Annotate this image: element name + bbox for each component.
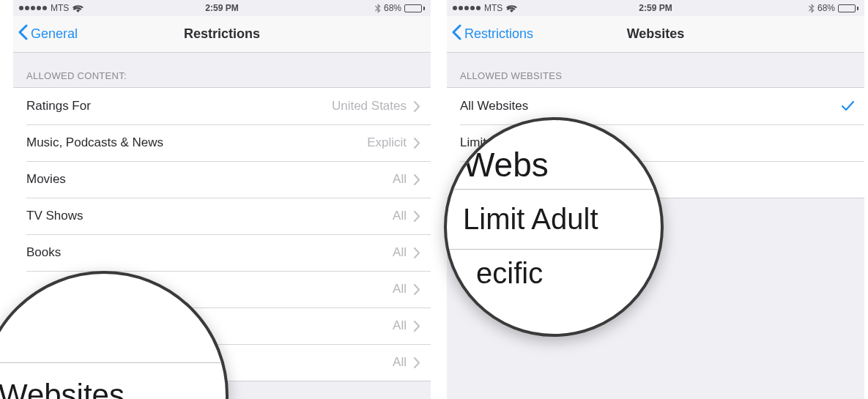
magnifier-websites: Websites	[0, 271, 229, 399]
status-right: 68%	[809, 3, 858, 13]
status-left: MTS	[453, 3, 517, 13]
battery-pct: 68%	[384, 3, 401, 13]
allowed-content-list: Ratings For United States Music, Podcast…	[13, 87, 431, 381]
nav-back-button[interactable]: Restrictions	[447, 24, 533, 44]
cell-label: Books	[26, 245, 393, 260]
nav-back-button[interactable]: General	[13, 24, 78, 44]
cell-label: Ratings For	[26, 99, 332, 113]
chevron-right-icon	[414, 357, 420, 368]
section-header: Allowed Content:	[13, 53, 431, 87]
cell-movies[interactable]: Movies All	[13, 161, 431, 198]
cell-label: All Websites	[460, 99, 842, 113]
battery-icon	[404, 4, 425, 12]
status-bar: MTS 2:59 PM 68%	[447, 0, 864, 16]
cell-value: All	[393, 318, 407, 333]
status-left: MTS	[19, 3, 84, 13]
chevron-left-icon	[451, 24, 461, 44]
cell-label: Limit Adult Content	[460, 135, 854, 150]
nav-bar: Restrictions Websites	[447, 16, 864, 53]
cell-ratings-for[interactable]: Ratings For United States	[13, 88, 431, 124]
nav-back-label: General	[31, 26, 78, 42]
cell-label: Specific Websites Only	[460, 172, 854, 187]
status-time: 2:59 PM	[639, 3, 672, 13]
screen-restrictions: MTS 2:59 PM 68% General Restrictions All…	[13, 0, 431, 399]
cell-label: TV Shows	[26, 209, 393, 223]
status-time: 2:59 PM	[205, 3, 238, 13]
cell-label: Music, Podcasts & News	[26, 135, 367, 150]
magnifier-partial-bot: ecific	[447, 250, 661, 290]
screen-websites: MTS 2:59 PM 68% Restrictions Websites Al…	[447, 0, 864, 399]
screen-gap	[431, 0, 447, 399]
battery-icon	[838, 4, 858, 12]
bluetooth-icon	[809, 4, 815, 13]
wifi-icon	[73, 4, 84, 12]
cell-value: United States	[332, 99, 407, 113]
check-icon	[842, 101, 854, 111]
cell-hidden-1[interactable]: All	[13, 271, 431, 307]
cell-hidden-3[interactable]: All	[13, 344, 431, 381]
option-specific-websites-only[interactable]: Specific Websites Only	[447, 161, 864, 198]
section-header: Allowed Websites	[447, 53, 864, 87]
cell-music-podcasts-news[interactable]: Music, Podcasts & News Explicit	[13, 124, 431, 161]
cell-value: All	[393, 245, 407, 260]
cell-hidden-2[interactable]: All	[13, 307, 431, 344]
cell-value: All	[393, 282, 407, 297]
chevron-left-icon	[18, 24, 28, 44]
bluetooth-icon	[375, 4, 381, 13]
chevron-right-icon	[414, 284, 420, 295]
wifi-icon	[506, 4, 517, 12]
chevron-right-icon	[414, 174, 420, 185]
status-right: 68%	[375, 3, 425, 13]
cell-tv-shows[interactable]: TV Shows All	[13, 198, 431, 234]
cell-value: All	[393, 355, 407, 370]
option-limit-adult-content[interactable]: Limit Adult Content	[447, 124, 864, 161]
magnifier-partial-top: Webs	[447, 145, 661, 189]
signal-dots-icon	[19, 6, 47, 10]
status-bar: MTS 2:59 PM 68%	[13, 0, 431, 16]
magnifier-text: Websites	[0, 363, 226, 399]
magnifier-text: Limit Adult	[447, 190, 661, 249]
cell-books[interactable]: Books All	[13, 234, 431, 271]
cell-value: All	[393, 209, 407, 223]
signal-dots-icon	[453, 6, 481, 10]
cell-value: Explicit	[367, 135, 407, 150]
chevron-right-icon	[414, 101, 420, 112]
option-all-websites[interactable]: All Websites	[447, 88, 864, 124]
magnifier-limit-adult: Webs Limit Adult ecific	[444, 117, 664, 337]
nav-back-label: Restrictions	[464, 26, 533, 42]
chevron-right-icon	[414, 211, 420, 222]
chevron-right-icon	[414, 247, 420, 258]
chevron-right-icon	[414, 321, 420, 332]
nav-title: Websites	[627, 26, 685, 42]
carrier-label: MTS	[484, 3, 502, 13]
carrier-label: MTS	[51, 3, 69, 13]
allowed-websites-list: All Websites Limit Adult Content Specifi…	[447, 87, 864, 198]
cell-value: All	[393, 172, 407, 187]
nav-title: Restrictions	[184, 26, 260, 42]
battery-pct: 68%	[817, 3, 835, 13]
cell-label: Movies	[26, 172, 393, 187]
chevron-right-icon	[414, 138, 420, 149]
nav-bar: General Restrictions	[13, 16, 431, 53]
